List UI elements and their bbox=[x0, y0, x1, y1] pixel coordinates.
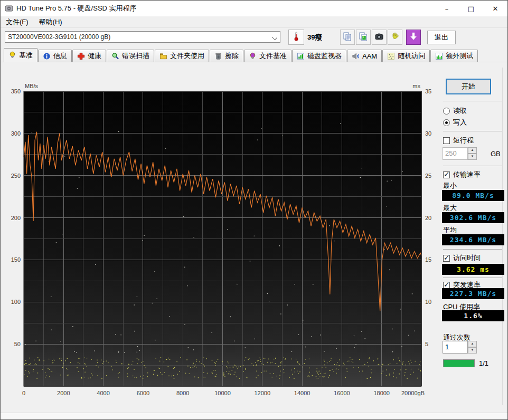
avg-label: 平均 bbox=[443, 225, 457, 235]
short-stroke-size-value[interactable]: 250 bbox=[443, 147, 468, 160]
tab-label: 额外测试 bbox=[446, 51, 473, 61]
donate-button[interactable] bbox=[388, 30, 402, 45]
folder-usage-icon bbox=[159, 52, 167, 60]
info-icon bbox=[43, 52, 51, 60]
read-radio[interactable]: 读取 bbox=[443, 106, 467, 116]
status-bar bbox=[1, 413, 507, 420]
tab-7[interactable]: 磁盘监视器 bbox=[292, 50, 346, 62]
start-button[interactable]: 开始 bbox=[446, 79, 491, 94]
screenshot-button[interactable] bbox=[372, 30, 387, 45]
max-value-display: 302.6 MB/s bbox=[442, 212, 504, 223]
min-label: 最小 bbox=[443, 181, 457, 190]
svg-text:16000: 16000 bbox=[334, 390, 350, 396]
maximize-button[interactable]: □ bbox=[459, 1, 483, 16]
tab-label: 错误扫描 bbox=[122, 51, 149, 61]
app-window: HD Tune Pro 5.75 - 硬盘/SSD 实用程序 – □ ✕ 文件(… bbox=[0, 0, 508, 420]
exit-button[interactable]: 退出 bbox=[427, 31, 456, 44]
minimize-button[interactable]: – bbox=[435, 1, 459, 16]
avg-value-display: 234.6 MB/s bbox=[442, 234, 504, 245]
tab-label: 擦除 bbox=[225, 51, 239, 61]
copy-image-button[interactable] bbox=[356, 30, 371, 45]
write-radio-label: 写入 bbox=[453, 118, 467, 127]
burst-rate-checkbox-box[interactable] bbox=[443, 282, 450, 289]
access-time-checkbox-box[interactable] bbox=[443, 255, 450, 262]
close-button[interactable]: ✕ bbox=[483, 1, 507, 16]
pass-count-stepper[interactable]: 1 ▲ ▼ bbox=[443, 341, 477, 354]
tab-4[interactable]: 文件夹使用 bbox=[155, 50, 209, 62]
min-value-display: 89.0 MB/s bbox=[442, 190, 504, 201]
write-radio[interactable]: 写入 bbox=[443, 118, 467, 127]
short-stroke-checkbox[interactable]: 短行程 bbox=[443, 136, 474, 145]
write-radio-circle[interactable] bbox=[443, 119, 450, 126]
tab-bar: 基准信息健康错误扫描文件夹使用擦除文件基准磁盘监视器AAM随机访问额外测试 bbox=[1, 48, 507, 62]
transfer-rate-label: 传输速率 bbox=[453, 170, 481, 179]
tab-label: 基准 bbox=[19, 51, 33, 60]
tab-3[interactable]: 错误扫描 bbox=[107, 50, 154, 62]
svg-text:10000: 10000 bbox=[214, 390, 231, 396]
hand-icon bbox=[390, 32, 400, 43]
svg-text:14000: 14000 bbox=[294, 390, 311, 396]
stepper-down-button[interactable]: ▼ bbox=[468, 347, 477, 354]
menu-help[interactable]: 帮助(H) bbox=[34, 16, 68, 28]
file-benchmark-bulb-icon bbox=[249, 52, 257, 60]
title-bar: HD Tune Pro 5.75 - 硬盘/SSD 实用程序 – □ ✕ bbox=[1, 1, 507, 16]
stepper-up-button[interactable]: ▲ bbox=[468, 147, 477, 154]
tab-10[interactable]: 额外测试 bbox=[430, 50, 478, 62]
svg-text:200: 200 bbox=[11, 215, 21, 221]
stepper-down-button[interactable]: ▼ bbox=[468, 154, 477, 160]
tab-9[interactable]: 随机访问 bbox=[382, 50, 430, 62]
tab-2[interactable]: 健康 bbox=[72, 50, 106, 62]
svg-text:20000gB: 20000gB bbox=[401, 390, 425, 396]
exit-button-label: 退出 bbox=[435, 33, 448, 42]
pass-count-value[interactable]: 1 bbox=[443, 341, 468, 354]
tab-6[interactable]: 文件基准 bbox=[244, 50, 291, 62]
stepper-up-button[interactable]: ▲ bbox=[468, 341, 477, 347]
chevron-down-icon bbox=[272, 35, 277, 40]
svg-text:100: 100 bbox=[11, 299, 21, 305]
svg-text:350: 350 bbox=[11, 88, 21, 94]
download-arrow-icon bbox=[409, 32, 418, 43]
app-icon bbox=[5, 4, 13, 13]
tab-label: 文件基准 bbox=[259, 51, 287, 61]
short-stroke-size-stepper[interactable]: 250 ▲ ▼ bbox=[443, 147, 477, 160]
max-label: 最大 bbox=[443, 203, 457, 213]
temperature-value: 39癈 bbox=[307, 33, 322, 42]
tab-aam[interactable]: AAM bbox=[347, 50, 382, 62]
separator bbox=[443, 131, 502, 131]
tab-label: 磁盘监视器 bbox=[307, 51, 342, 61]
tab-label: 文件夹使用 bbox=[170, 51, 204, 61]
svg-text:MB/s: MB/s bbox=[25, 83, 39, 89]
svg-text:250: 250 bbox=[11, 173, 21, 179]
transfer-rate-checkbox-box[interactable] bbox=[443, 171, 450, 178]
read-radio-circle[interactable] bbox=[443, 108, 450, 114]
separator bbox=[443, 278, 502, 278]
drive-select-value: ST20000VE002-3G9101 (20000 gB) bbox=[8, 33, 110, 41]
tab-5[interactable]: 擦除 bbox=[210, 50, 243, 62]
copy-text-button[interactable] bbox=[340, 30, 355, 45]
health-cross-icon bbox=[77, 52, 85, 60]
svg-text:12000: 12000 bbox=[255, 390, 271, 396]
copy-text-icon bbox=[343, 32, 352, 43]
temperature-button[interactable] bbox=[288, 30, 304, 45]
benchmark-panel: 开始 读取 写入 短行程 250 ▲ ▼ bbox=[439, 69, 507, 412]
tab-1[interactable]: 信息 bbox=[38, 50, 72, 62]
svg-text:0: 0 bbox=[22, 390, 25, 396]
access-time-checkbox[interactable]: 访问时间 bbox=[443, 253, 481, 263]
short-stroke-checkbox-box[interactable] bbox=[443, 137, 450, 144]
error-scan-magnifier-icon bbox=[111, 52, 119, 60]
access-time-display: 3.62 ms bbox=[442, 264, 504, 275]
drive-select-dropdown[interactable]: ST20000VE002-3G9101 (20000 gB) bbox=[5, 31, 280, 43]
short-stroke-label: 短行程 bbox=[453, 136, 474, 145]
svg-text:15: 15 bbox=[425, 256, 431, 263]
stepper-buttons: ▲ ▼ bbox=[468, 147, 477, 160]
tab-0[interactable]: 基准 bbox=[4, 48, 37, 62]
svg-text:25: 25 bbox=[425, 173, 431, 179]
tab-label: AAM bbox=[362, 52, 377, 60]
transfer-rate-checkbox[interactable]: 传输速率 bbox=[443, 170, 481, 179]
stepper-buttons: ▲ ▼ bbox=[468, 341, 477, 354]
svg-text:150: 150 bbox=[11, 256, 21, 263]
disk-monitor-bars-icon bbox=[297, 52, 305, 60]
menu-file[interactable]: 文件(F) bbox=[1, 16, 34, 28]
save-button[interactable] bbox=[406, 30, 421, 45]
read-radio-label: 读取 bbox=[453, 106, 467, 116]
